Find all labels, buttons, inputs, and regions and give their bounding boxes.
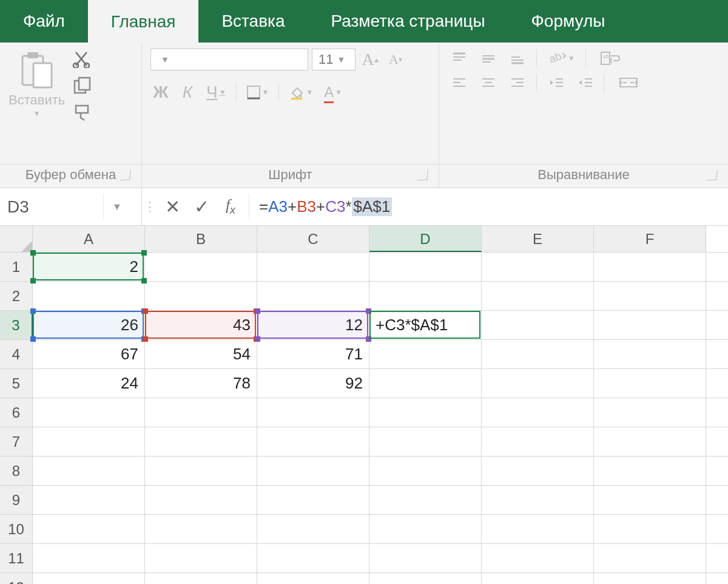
tab-файл[interactable]: Файл [0,0,88,42]
cell[interactable] [145,282,257,310]
formula-input[interactable]: =A3+B3+C3*$A$1 [253,197,728,216]
align-bottom-button[interactable] [506,49,529,68]
copy-icon[interactable] [72,76,93,95]
cell[interactable] [257,544,369,572]
row-header[interactable]: 9 [0,486,33,514]
cell[interactable] [482,340,594,368]
cell[interactable] [145,253,257,281]
cell[interactable] [257,457,369,485]
cell[interactable]: 24 [33,369,145,398]
cell[interactable] [145,457,257,485]
paste-button[interactable]: Вставить ▼ [8,49,65,118]
row-header[interactable]: 8 [0,457,33,485]
cell[interactable] [33,515,145,543]
name-box-input[interactable] [0,197,103,217]
cell[interactable]: 12 [257,311,369,339]
increase-font-button[interactable]: A▴ [359,49,381,70]
name-box[interactable]: ▼ [0,188,142,225]
font-name-combo[interactable]: ▼ [150,49,308,70]
cell[interactable] [369,253,482,281]
cell[interactable] [482,515,594,543]
row-header[interactable]: 7 [0,427,33,456]
tab-формулы[interactable]: Формулы [508,0,629,42]
cell[interactable]: 92 [257,369,369,398]
row-header[interactable]: 2 [0,282,33,310]
cell[interactable]: 2 [33,253,145,281]
cell[interactable] [594,398,706,427]
font-size-combo[interactable]: 11▼ [312,49,356,70]
cell[interactable] [369,282,482,310]
align-top-button[interactable] [448,49,471,68]
insert-function-button[interactable]: fx [216,192,245,222]
align-right-button[interactable] [506,73,529,92]
align-middle-button[interactable] [477,49,500,68]
borders-button[interactable]: ▼ [244,81,272,103]
cell[interactable] [369,573,482,584]
cell[interactable] [257,427,369,456]
cell[interactable] [257,515,369,543]
tab-вставка[interactable]: Вставка [198,0,308,42]
column-header[interactable]: F [594,226,706,252]
row-header[interactable]: 3 [0,311,33,339]
enter-button[interactable]: ✓ [187,192,216,222]
cell[interactable]: +C3*$A$1 [369,311,482,339]
cell[interactable] [594,427,706,456]
cell[interactable] [369,398,482,427]
cell[interactable] [33,282,145,310]
wrap-text-button[interactable]: ab [593,49,627,68]
underline-button[interactable]: Ч▼ [204,81,229,103]
align-center-button[interactable] [477,73,500,92]
row-header[interactable]: 4 [0,340,33,368]
cell[interactable] [482,282,594,310]
cut-icon[interactable] [72,50,93,68]
cell[interactable] [594,282,706,310]
cell[interactable] [369,340,482,368]
cell[interactable] [482,398,594,427]
cell[interactable] [33,398,145,427]
cell[interactable] [594,340,706,368]
cell[interactable] [369,486,482,514]
cell[interactable] [145,573,257,584]
fill-color-button[interactable]: ▼ [286,81,315,103]
row-header[interactable]: 5 [0,369,33,398]
cell[interactable] [482,427,594,456]
cell[interactable] [257,398,369,427]
cell[interactable] [594,515,706,543]
merge-button[interactable] [612,73,645,92]
row-header[interactable]: 12 [0,573,33,584]
cell[interactable] [33,573,145,584]
cell[interactable] [257,253,369,281]
cell[interactable] [594,311,706,339]
cell[interactable]: 43 [145,311,257,339]
cell[interactable] [369,369,482,398]
decrease-indent-button[interactable] [544,73,567,92]
cell[interactable] [369,427,482,456]
column-header[interactable]: D [369,226,482,252]
cell[interactable] [257,573,369,584]
orientation-button[interactable]: ab▼ [544,49,578,68]
cell[interactable] [482,311,594,339]
cell[interactable] [145,544,257,572]
column-header[interactable]: E [482,226,594,252]
select-all-corner[interactable] [0,226,33,252]
column-header[interactable]: B [145,226,257,252]
cell[interactable] [482,457,594,485]
bold-button[interactable]: Ж [150,81,171,103]
cell[interactable] [145,427,257,456]
cell[interactable] [33,486,145,514]
cell[interactable] [145,398,257,427]
cell[interactable]: 78 [145,369,257,398]
cell[interactable] [482,573,594,584]
cell[interactable] [482,486,594,514]
decrease-font-button[interactable]: A▾ [385,49,406,70]
cell[interactable] [594,573,706,584]
clipboard-launcher-icon[interactable] [120,170,131,181]
align-left-button[interactable] [448,73,471,92]
cell[interactable] [33,427,145,456]
font-launcher-icon[interactable] [417,170,428,181]
alignment-launcher-icon[interactable] [707,170,718,181]
cell[interactable] [369,515,482,543]
cell[interactable] [145,486,257,514]
row-header[interactable]: 1 [0,253,33,281]
column-header[interactable]: C [257,226,369,252]
